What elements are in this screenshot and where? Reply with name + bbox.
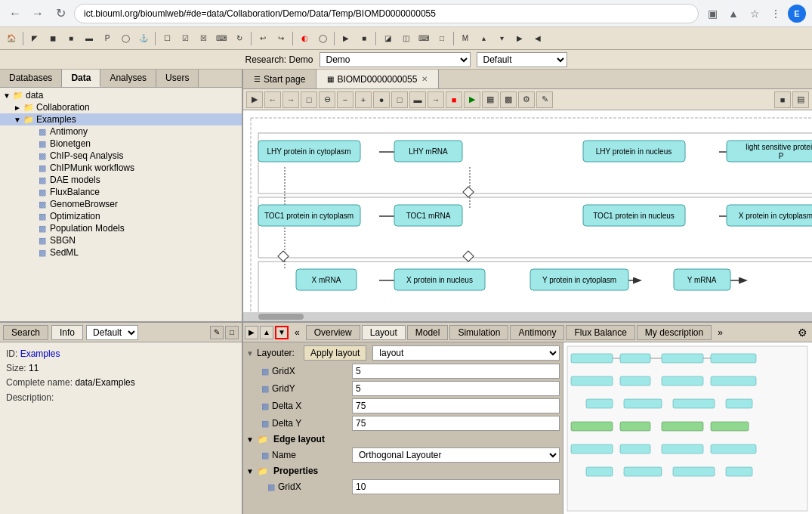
tree-toggle-collaboration[interactable]: ► <box>12 102 23 113</box>
layout-dropdown[interactable]: layout <box>372 345 560 361</box>
default-select[interactable]: Default <box>477 52 567 67</box>
toolbar-btn-20[interactable]: ◫ <box>397 30 414 47</box>
nav-left-btn[interactable]: ▶ <box>245 326 258 339</box>
rb-tab-fluxbalance[interactable]: Flux Balance <box>566 325 634 340</box>
toolbar-btn-16[interactable]: ◯ <box>314 30 331 47</box>
diag-play-btn[interactable]: ▶ <box>464 91 480 108</box>
toolbar-btn-22[interactable]: □ <box>434 30 450 47</box>
rb-tab-layout[interactable]: Layout <box>362 325 406 340</box>
rb-tab-simulation[interactable]: Simulation <box>449 325 508 340</box>
panel-edit-btn[interactable]: ✎ <box>210 326 224 339</box>
toolbar-btn-2[interactable]: ◼ <box>45 30 61 47</box>
tree-item-bionetgen[interactable]: ► ▩ Bionetgen <box>0 138 242 150</box>
tree-item-genomebrowser[interactable]: ► ▩ GenomeBrowser <box>0 198 242 210</box>
forward-button[interactable]: → <box>29 5 47 23</box>
toolbar-btn-7[interactable]: ⚓ <box>135 30 152 47</box>
diag-overview-toggle[interactable]: ▤ <box>792 91 809 108</box>
tab-analyses[interactable]: Analyses <box>100 70 156 87</box>
nav-next-more[interactable]: » <box>713 327 727 338</box>
toolbar-btn-12[interactable]: ↻ <box>231 30 248 47</box>
tree-item-dae[interactable]: ► ▩ DAE models <box>0 174 242 186</box>
toolbar-btn-19[interactable]: ◪ <box>379 30 396 47</box>
diag-table-btn[interactable]: ▦ <box>482 91 499 108</box>
toolbar-btn-18[interactable]: ■ <box>356 30 372 47</box>
bookmark-button[interactable]: ☆ <box>746 5 764 23</box>
diag-redo-btn[interactable]: → <box>283 91 299 108</box>
nav-down-btn[interactable]: ▼ <box>275 326 289 339</box>
toolbar-btn-11[interactable]: ⌨ <box>213 30 230 47</box>
properties-toggle-icon[interactable]: ▼ <box>246 467 254 475</box>
apply-layout-button[interactable]: Apply layout <box>304 345 366 361</box>
panel-config-btn[interactable]: □ <box>225 326 239 339</box>
tree-item-examples[interactable]: ▼ 📁 Examples <box>0 113 242 125</box>
tab-data[interactable]: Data <box>62 70 100 87</box>
url-bar[interactable] <box>74 4 699 23</box>
tree-item-population[interactable]: ► ▩ Population Models <box>0 222 242 234</box>
tab-databases[interactable]: Databases <box>0 70 62 87</box>
research-select[interactable]: Demo <box>320 52 471 67</box>
id-value[interactable]: Examples <box>20 348 60 359</box>
deltax-input[interactable] <box>352 398 560 413</box>
diag-chart-btn[interactable]: ▩ <box>500 91 517 108</box>
profile-button[interactable]: E <box>788 5 806 23</box>
tree-item-chipseq[interactable]: ► ▩ ChIP-seq Analysis <box>0 150 242 162</box>
screenshot-button[interactable]: ▣ <box>703 5 721 23</box>
settings-icon[interactable]: ⚙ <box>798 327 807 339</box>
tree-item-fluxbalance[interactable]: ► ▩ FluxBalance <box>0 186 242 198</box>
toolbar-btn-6[interactable]: ◯ <box>117 30 134 47</box>
tab-close-biomd[interactable]: ✕ <box>421 75 428 83</box>
toolbar-logo[interactable]: 🏠 <box>3 30 20 47</box>
toolbar-btn-1[interactable]: ◤ <box>26 30 43 47</box>
menu-button[interactable]: ⋮ <box>767 5 785 23</box>
toolbar-btn-5[interactable]: P <box>99 30 116 47</box>
tree-toggle-data[interactable]: ▼ <box>2 90 12 101</box>
diag-node-btn[interactable]: □ <box>391 91 408 108</box>
cast-button[interactable]: ▲ <box>724 5 743 23</box>
toolbar-btn-23[interactable]: M <box>457 30 474 47</box>
diag-arrow-btn[interactable]: → <box>428 91 444 108</box>
toolbar-btn-25[interactable]: ▾ <box>493 30 510 47</box>
toolbar-btn-4[interactable]: ▬ <box>81 30 97 47</box>
toolbar-btn-26[interactable]: ▶ <box>511 30 528 47</box>
h-scrollbar[interactable] <box>243 312 812 321</box>
info-dropdown[interactable]: Default <box>86 325 138 340</box>
toolbar-btn-27[interactable]: ◀ <box>529 30 546 47</box>
diag-fit-btn[interactable]: □ <box>301 91 317 108</box>
nav-prev-more[interactable]: « <box>290 327 304 338</box>
h-scrollbar-thumb[interactable] <box>258 314 304 320</box>
rb-tab-mydescription[interactable]: My description <box>637 325 712 340</box>
toolbar-btn-17[interactable]: ▶ <box>338 30 354 47</box>
toolbar-btn-24[interactable]: ▴ <box>475 30 492 47</box>
tree-toggle-examples[interactable]: ▼ <box>12 114 23 125</box>
rb-tab-overview[interactable]: Overview <box>306 325 360 340</box>
nav-up-btn[interactable]: ▲ <box>260 326 273 339</box>
diag-rect-btn[interactable]: ▬ <box>409 91 426 108</box>
diag-pen-btn[interactable]: ✎ <box>536 91 553 108</box>
rb-tab-antimony[interactable]: Antimony <box>510 325 564 340</box>
toolbar-btn-15[interactable]: ◐ <box>296 30 313 47</box>
diag-undo-btn[interactable]: ← <box>264 91 281 108</box>
tab-info[interactable]: Info <box>51 325 83 340</box>
tab-users[interactable]: Users <box>156 70 199 87</box>
tree-item-chipmunk[interactable]: ► ▩ ChIPMunk workflows <box>0 162 242 174</box>
diag-pan-btn[interactable]: ⊖ <box>319 91 335 108</box>
gridx-input[interactable] <box>352 364 560 379</box>
tree-item-antimony[interactable]: ► ▩ Antimony <box>0 125 242 138</box>
diag-minus-btn[interactable]: − <box>337 91 354 108</box>
toolbar-btn-13[interactable]: ↩ <box>255 30 271 47</box>
props-gridx-input[interactable] <box>352 479 560 494</box>
diag-plus-btn[interactable]: + <box>355 91 372 108</box>
tree-item-data[interactable]: ▼ 📁 data <box>0 89 242 101</box>
toolbar-btn-9[interactable]: ☑ <box>177 30 193 47</box>
diag-circle-btn[interactable]: ● <box>373 91 390 108</box>
tree-item-collaboration[interactable]: ► 📁 Collaboration <box>0 101 242 113</box>
toolbar-btn-14[interactable]: ↪ <box>273 30 289 47</box>
toolbar-btn-3[interactable]: ■ <box>63 30 79 47</box>
tree-item-sedml[interactable]: ► ▩ SedML <box>0 246 242 259</box>
toolbar-btn-21[interactable]: ⌨ <box>415 30 432 47</box>
diag-select-btn[interactable]: ▶ <box>246 91 263 108</box>
diag-stop-btn[interactable]: ■ <box>446 91 462 108</box>
tree-item-optimization[interactable]: ► ▩ Optimization <box>0 210 242 222</box>
tab-start-page[interactable]: ☰ Start page <box>243 70 316 88</box>
tab-biomd[interactable]: ▦ BIOMD0000000055 ✕ <box>316 70 439 88</box>
